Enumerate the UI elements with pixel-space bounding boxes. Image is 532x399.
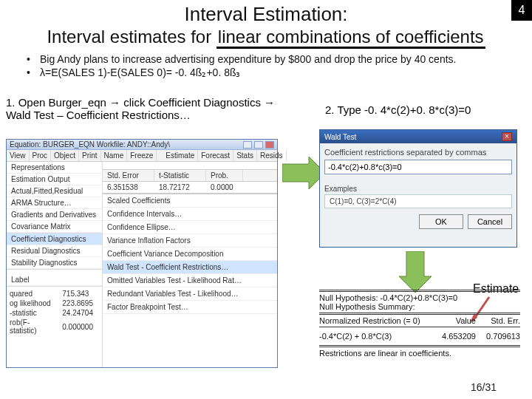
toolbar-print[interactable]: Print (79, 150, 101, 161)
subtitle-underlined: linear combinations of coefficients (216, 27, 485, 49)
grid-header: t-Statistic (154, 170, 206, 181)
restriction-label: Coefficient restrictions separated by co… (324, 148, 512, 157)
coef-submenu: Scaled Coefficients Confidence Intervals… (103, 194, 277, 314)
grid-cell: 6.351538 (103, 182, 154, 193)
coef-grid: Std. Error t-Statistic Prob. 6.351538 18… (103, 169, 277, 194)
bullet-list: •Big Andy plans to increase advertising … (27, 53, 517, 80)
examples-title: Examples (324, 185, 512, 193)
toolbar: View Proc Object Print Name Freeze Estim… (7, 150, 277, 162)
bullet-2: λ=E(SALES 1)-E(SALES 0)= -0. 4ß₂+0. 8ß₃ (40, 66, 241, 78)
step-2-text: 2. Type -0. 4*c(2)+0. 8*c(3)=0 (325, 103, 525, 116)
grid-header: Prob. (206, 170, 243, 181)
coef-menu-item[interactable]: Redundant Variables Test - Likelihood… (103, 287, 277, 301)
arrow-down (399, 251, 432, 293)
stat-label: og likelihood (10, 299, 62, 309)
stat-val: 223.8695 (62, 299, 99, 309)
toolbar-stats[interactable]: Stats (233, 150, 257, 161)
toolbar-proc[interactable]: Proc (30, 150, 52, 161)
eviews-equation-window: Equation: BURGER_EQN Workfile: ANDY::And… (6, 139, 278, 368)
stat-val: 715.343 (62, 290, 99, 299)
toolbar-view[interactable]: View (7, 150, 30, 161)
maximize-icon[interactable] (254, 141, 263, 149)
grid-header: Std. Error (103, 170, 154, 181)
wald-col-header: Value (432, 316, 476, 325)
bullet-1: Big Andy plans to increase advertising e… (40, 53, 456, 65)
stat-label: rob(F-statistic) (10, 318, 62, 336)
wald-col-header: Normalized Restriction (= 0) (319, 316, 432, 325)
coef-menu-item[interactable]: Coefficient Variance Decomposition (103, 248, 277, 261)
coef-diagnostics-item[interactable]: Coefficient Diagnostics (7, 233, 102, 245)
wald-restriction: -0.4*C(2) + 0.8*C(3) (319, 332, 432, 341)
wald-value: 4.653209 (432, 332, 476, 341)
stat-val: 0.000000 (62, 318, 99, 336)
wald-col-header: Std. Err. (476, 316, 520, 325)
wald-result: Null Hypothesis: -0.4*C(2)+0.8*C(3)=0 Nu… (319, 288, 520, 358)
toolbar-freeze[interactable]: Freeze (127, 150, 157, 161)
grid-cell: 0.0000 (206, 182, 243, 193)
coef-menu-item[interactable]: Confidence Intervals… (103, 208, 277, 221)
wald-test-menu-item[interactable]: Wald Test - Coefficient Restrictions… (103, 261, 277, 274)
toolbar-estimate[interactable]: Estimate (163, 150, 198, 161)
coef-menu-item[interactable]: Variance Inflation Factors (103, 234, 277, 248)
coef-menu-item[interactable]: Confidence Ellipse… (103, 221, 277, 234)
cancel-button[interactable]: Cancel (468, 214, 512, 229)
subtitle-prefix: Interval estimates for (47, 27, 216, 47)
minimize-icon[interactable] (243, 141, 252, 149)
coef-menu-item[interactable]: Factor Breakpoint Test… (103, 301, 277, 314)
toolbar-name[interactable]: Name (101, 150, 128, 161)
left-panel: Representations Estimation Output Actual… (7, 162, 103, 367)
slide-title: Interval Estimation: (0, 3, 532, 26)
close-icon[interactable]: × (502, 132, 512, 141)
ok-button[interactable]: OK (419, 214, 463, 229)
page-number: 16/31 (471, 381, 497, 393)
svg-marker-1 (399, 251, 432, 293)
rep-item[interactable]: Stability Diagnostics (7, 257, 102, 269)
rep-item[interactable]: ARMA Structure… (7, 197, 102, 209)
wald-test-dialog: Wald Test × Coefficient restrictions sep… (319, 129, 517, 248)
rep-item[interactable]: Actual,Fitted,Residual (7, 185, 102, 197)
stats-block: quared715.343 og likelihood223.8695 -sta… (7, 287, 102, 339)
grid-cell: 18.72172 (154, 182, 206, 193)
stat-label: -statistic (10, 309, 62, 318)
coef-menu-item[interactable]: Omitted Variables Test - Likelihood Rat… (103, 274, 277, 287)
rep-item[interactable]: Covariance Matrix (7, 221, 102, 233)
rep-item[interactable]: Label (7, 274, 102, 286)
rep-item[interactable]: Residual Diagnostics (7, 245, 102, 257)
toolbar-object[interactable]: Object (51, 150, 79, 161)
wald-stderr: 0.709613 (476, 332, 520, 341)
bullet-dot: • (27, 53, 40, 65)
examples-box: C(1)=0, C(3)=2*C(4) (324, 194, 512, 208)
rep-item[interactable]: Estimation Output (7, 174, 102, 185)
restriction-input[interactable] (324, 160, 512, 174)
step-1-text: 1. Open Burger_eqn → click Coefficient D… (6, 96, 279, 122)
window-controls (243, 141, 274, 149)
dialog-caption: Wald Test (324, 133, 356, 141)
bullet-dot: • (27, 66, 40, 78)
wald-footnote: Restrictions are linear in coefficients. (319, 349, 520, 358)
slide-subtitle: Interval estimates for linear combinatio… (0, 27, 532, 47)
wald-null-hyp: Null Hypothesis: -0.4*C(2)+0.8*C(3)=0 (319, 293, 520, 302)
window-caption: Equation: BURGER_EQN Workfile: ANDY::And… (10, 140, 170, 149)
toolbar-resids[interactable]: Resids (257, 150, 287, 161)
toolbar-forecast[interactable]: Forecast (198, 150, 233, 161)
close-icon[interactable] (265, 141, 274, 149)
rep-item[interactable]: Gradients and Derivatives (7, 209, 102, 221)
coef-menu-item[interactable]: Scaled Coefficients (103, 194, 277, 208)
stat-label: quared (10, 290, 62, 299)
wald-summary-label: Null Hypothesis Summary: (319, 302, 520, 311)
stat-val: 24.24704 (62, 309, 99, 318)
rep-item[interactable]: Representations (7, 162, 102, 174)
